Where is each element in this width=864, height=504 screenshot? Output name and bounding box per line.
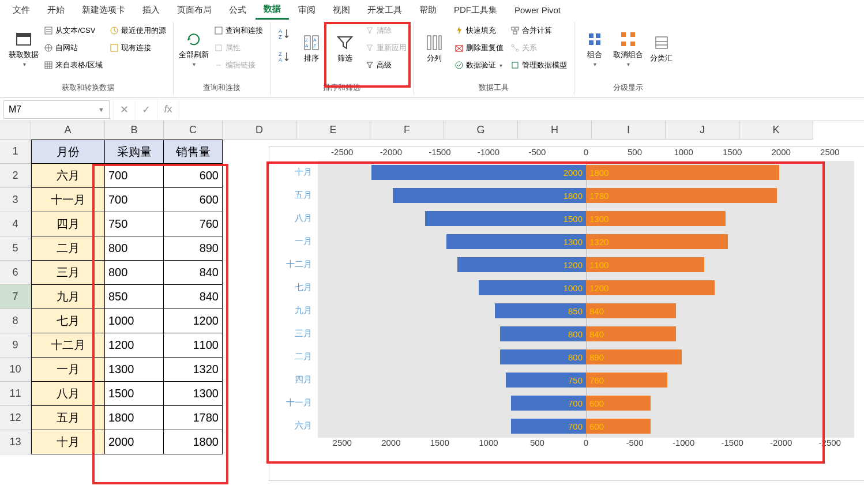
table-cell[interactable]: 850 <box>105 285 164 309</box>
chart-bar-buy[interactable]: 1500 <box>425 211 586 226</box>
row-header-12[interactable]: 12 <box>0 406 31 430</box>
table-cell[interactable]: 800 <box>105 236 164 261</box>
table-cell[interactable]: 700 <box>105 188 164 212</box>
row-header-9[interactable]: 9 <box>0 333 31 358</box>
table-cell[interactable]: 1320 <box>164 358 223 382</box>
text-to-columns-button[interactable]: 分列 <box>419 23 450 74</box>
table-cell[interactable]: 十月 <box>31 430 105 454</box>
table-header[interactable]: 销售量 <box>164 140 223 164</box>
table-header[interactable]: 月份 <box>31 140 105 164</box>
table-cell[interactable]: 700 <box>105 164 164 188</box>
table-cell[interactable]: 1300 <box>164 382 223 406</box>
from-table-button[interactable]: 来自表格/区域 <box>42 58 105 73</box>
fx-button[interactable]: fx <box>157 100 179 119</box>
ungroup-button[interactable]: 取消组合 <box>613 23 644 74</box>
row-header-11[interactable]: 11 <box>0 382 31 406</box>
table-cell[interactable]: 1200 <box>105 333 164 358</box>
col-header-G[interactable]: G <box>444 121 518 140</box>
from-web-button[interactable]: 自网站 <box>42 40 105 55</box>
table-cell[interactable]: 九月 <box>31 285 105 309</box>
table-cell[interactable]: 1300 <box>105 358 164 382</box>
sort-desc-button[interactable]: ZA <box>275 50 294 65</box>
remove-dup-button[interactable]: 删除重复值 <box>452 40 506 55</box>
cancel-formula-button[interactable]: ✕ <box>113 100 135 119</box>
table-cell[interactable]: 1200 <box>164 309 223 333</box>
chart-bar-sell[interactable]: 1780 <box>586 188 777 203</box>
table-cell[interactable]: 七月 <box>31 309 105 333</box>
table-cell[interactable]: 840 <box>164 285 223 309</box>
chart-bar-sell[interactable]: 890 <box>586 349 682 364</box>
confirm-formula-button[interactable]: ✓ <box>135 100 157 119</box>
table-cell[interactable]: 十二月 <box>31 333 105 358</box>
tab-数据[interactable]: 数据 <box>256 0 289 20</box>
table-cell[interactable]: 890 <box>164 236 223 261</box>
table-cell[interactable]: 1800 <box>105 406 164 430</box>
col-header-B[interactable]: B <box>105 121 164 140</box>
recent-sources-button[interactable]: 最近使用的源 <box>107 23 168 38</box>
col-header-E[interactable]: E <box>296 121 370 140</box>
tab-插入[interactable]: 插入 <box>134 1 168 19</box>
tab-开始[interactable]: 开始 <box>39 1 73 19</box>
select-all-corner[interactable] <box>0 121 31 140</box>
table-cell[interactable]: 三月 <box>31 261 105 285</box>
chart-bar-buy[interactable]: 1200 <box>457 257 586 272</box>
chart-bar-buy[interactable]: 1800 <box>393 188 586 203</box>
group-button[interactable]: 组合 <box>579 23 610 74</box>
consolidate-button[interactable]: 合并计算 <box>508 23 569 38</box>
table-cell[interactable]: 840 <box>164 261 223 285</box>
table-cell[interactable]: 十一月 <box>31 188 105 212</box>
table-cell[interactable]: 1100 <box>164 333 223 358</box>
chart-bar-sell[interactable]: 760 <box>586 373 667 388</box>
table-cell[interactable]: 600 <box>164 164 223 188</box>
sort-asc-button[interactable]: AZ <box>275 27 294 42</box>
manage-model-button[interactable]: 管理数据模型 <box>508 58 569 73</box>
formula-input[interactable] <box>179 100 864 119</box>
table-cell[interactable]: 750 <box>105 212 164 236</box>
col-header-J[interactable]: J <box>666 121 739 140</box>
chart-bar-sell[interactable]: 1200 <box>586 280 715 295</box>
row-header-2[interactable]: 2 <box>0 164 31 188</box>
col-header-D[interactable]: D <box>223 121 296 140</box>
table-cell[interactable]: 1780 <box>164 406 223 430</box>
table-cell[interactable]: 800 <box>105 261 164 285</box>
table-cell[interactable]: 2000 <box>105 430 164 454</box>
tab-公式[interactable]: 公式 <box>221 1 254 19</box>
col-header-A[interactable]: A <box>31 121 105 140</box>
row-header-8[interactable]: 8 <box>0 309 31 333</box>
col-header-H[interactable]: H <box>518 121 592 140</box>
chart-bar-sell[interactable]: 840 <box>586 303 676 318</box>
table-cell[interactable]: 四月 <box>31 212 105 236</box>
chart-bar-buy[interactable]: 1300 <box>446 234 586 249</box>
flash-fill-button[interactable]: 快速填充 <box>452 23 506 38</box>
table-cell[interactable]: 600 <box>164 188 223 212</box>
col-header-F[interactable]: F <box>370 121 444 140</box>
tornado-chart[interactable]: -2500-2000-1500-1000-5000500100015002000… <box>269 146 864 481</box>
table-cell[interactable]: 二月 <box>31 236 105 261</box>
chart-bar-buy[interactable]: 750 <box>506 373 587 388</box>
row-header-6[interactable]: 6 <box>0 261 31 285</box>
table-header[interactable]: 采购量 <box>105 140 164 164</box>
col-header-K[interactable]: K <box>739 121 813 140</box>
row-header-4[interactable]: 4 <box>0 212 31 236</box>
chart-bar-sell[interactable]: 1300 <box>586 211 726 226</box>
col-header-C[interactable]: C <box>164 121 223 140</box>
get-data-button[interactable]: 获取数据 <box>8 23 39 74</box>
table-cell[interactable]: 八月 <box>31 382 105 406</box>
chart-bar-sell[interactable]: 600 <box>586 419 651 434</box>
row-header-13[interactable]: 13 <box>0 430 31 454</box>
table-cell[interactable]: 760 <box>164 212 223 236</box>
filter-button[interactable]: 筛选 <box>329 23 360 74</box>
chart-bar-buy[interactable]: 2000 <box>371 165 586 180</box>
chart-bar-buy[interactable]: 1000 <box>479 280 586 295</box>
row-header-5[interactable]: 5 <box>0 236 31 261</box>
queries-button[interactable]: 查询和连接 <box>212 23 265 38</box>
chart-bar-sell[interactable]: 840 <box>586 326 676 341</box>
chart-bar-sell[interactable]: 1800 <box>586 165 779 180</box>
table-cell[interactable]: 1000 <box>105 309 164 333</box>
row-header-1[interactable]: 1 <box>0 140 31 164</box>
chart-bar-buy[interactable]: 700 <box>511 419 586 434</box>
table-cell[interactable]: 五月 <box>31 406 105 430</box>
row-header-7[interactable]: 7 <box>0 285 31 309</box>
subtotal-button[interactable]: 分类汇 <box>646 23 677 74</box>
existing-conn-button[interactable]: 现有连接 <box>107 40 168 55</box>
